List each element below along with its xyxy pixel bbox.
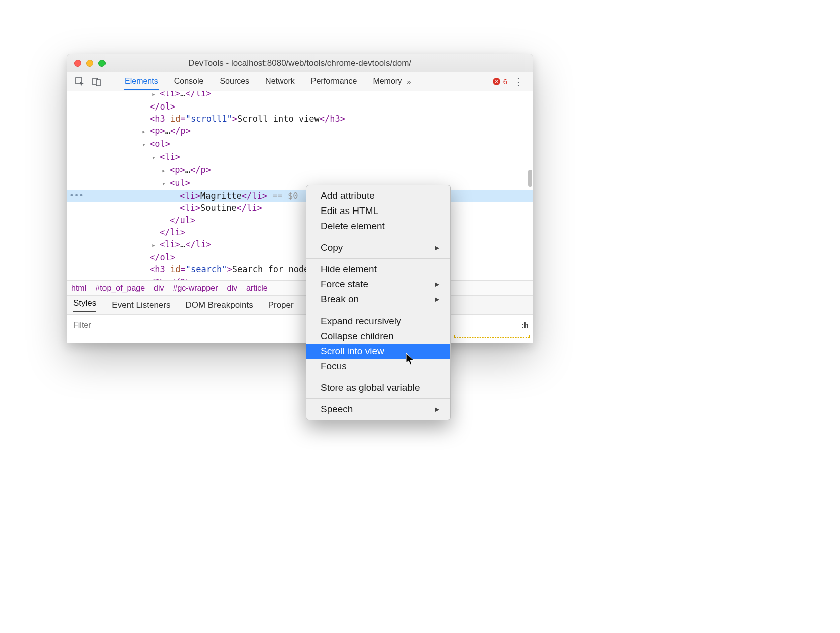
settings-menu-icon[interactable]: ⋮ — [509, 76, 528, 88]
error-icon: ✕ — [493, 78, 500, 85]
dom-node[interactable]: <li> — [67, 151, 533, 164]
tab-styles[interactable]: Styles — [73, 298, 96, 312]
box-model-strip — [454, 335, 530, 338]
tab-memory[interactable]: Memory — [372, 73, 403, 90]
ctx-store-global[interactable]: Store as global variable — [306, 380, 450, 395]
ctx-scroll-into-view[interactable]: Scroll into view — [306, 344, 450, 359]
ctx-speech-label: Speech — [321, 404, 353, 415]
dom-node[interactable]: <p>…</p> — [67, 125, 533, 138]
ctx-expand-recursively[interactable]: Expand recursively — [306, 313, 450, 329]
traffic-lights — [74, 60, 106, 67]
svg-rect-2 — [96, 80, 100, 86]
ctx-force-state[interactable]: Force state▶ — [306, 277, 450, 292]
ctx-hide-element[interactable]: Hide element — [306, 262, 450, 277]
scrollbar-thumb[interactable] — [528, 170, 532, 187]
breadcrumb-item[interactable]: article — [246, 284, 268, 293]
dom-node-selected[interactable]: •••<li>Magritte</li> == $0 — [67, 190, 533, 202]
ctx-add-attribute[interactable]: Add attribute — [306, 188, 450, 203]
tab-properties[interactable]: Proper — [268, 300, 294, 310]
window-title: DevTools - localhost:8080/web/tools/chro… — [67, 58, 533, 68]
submenu-arrow-icon: ▶ — [435, 244, 439, 251]
styles-filter-row: :h — [67, 314, 533, 335]
more-tabs-icon[interactable]: » — [405, 77, 413, 86]
ctx-separator — [306, 258, 450, 259]
ctx-break-on[interactable]: Break on▶ — [306, 292, 450, 307]
dom-node[interactable]: <li>…</li> — [67, 91, 533, 100]
devtools-window: DevTools - localhost:8080/web/tools/chro… — [67, 54, 533, 343]
breadcrumb-item[interactable]: #gc-wrapper — [173, 284, 218, 293]
tab-elements[interactable]: Elements — [124, 73, 159, 90]
ctx-force-state-label: Force state — [321, 279, 368, 290]
tab-performance[interactable]: Performance — [310, 73, 358, 90]
dom-node[interactable]: </ol> — [67, 100, 533, 113]
ctx-separator — [306, 398, 450, 399]
styles-subpanel-tabs: Styles Event Listeners DOM Breakpoints P… — [67, 295, 533, 314]
ctx-speech[interactable]: Speech▶ — [306, 402, 450, 417]
panel-tabs: Elements Console Sources Network Perform… — [124, 73, 403, 90]
tab-event-listeners[interactable]: Event Listeners — [112, 300, 170, 310]
tab-console[interactable]: Console — [173, 73, 205, 90]
breadcrumb-item[interactable]: #top_of_page — [95, 284, 145, 293]
submenu-arrow-icon: ▶ — [435, 406, 439, 413]
breadcrumb-item[interactable]: html — [71, 284, 86, 293]
ctx-copy[interactable]: Copy▶ — [306, 240, 450, 255]
ctx-edit-as-html[interactable]: Edit as HTML — [306, 203, 450, 219]
close-window-button[interactable] — [74, 60, 81, 67]
minimize-window-button[interactable] — [86, 60, 93, 67]
error-count: 6 — [503, 77, 507, 86]
ctx-separator — [306, 237, 450, 237]
dom-node[interactable]: <li>Soutine</li> — [67, 202, 533, 214]
breadcrumb-item[interactable]: div — [154, 284, 164, 293]
dom-node[interactable]: <p>…</p> — [67, 275, 533, 280]
titlebar: DevTools - localhost:8080/web/tools/chro… — [67, 54, 533, 72]
dom-node[interactable]: </ul> — [67, 214, 533, 226]
ctx-separator — [306, 310, 450, 310]
ctx-focus[interactable]: Focus — [306, 359, 450, 374]
ctx-separator — [306, 377, 450, 377]
breadcrumb-item[interactable]: div — [227, 284, 237, 293]
ctx-delete-element[interactable]: Delete element — [306, 219, 450, 234]
devtools-toolbar: Elements Console Sources Network Perform… — [67, 72, 533, 91]
tab-dom-breakpoints[interactable]: DOM Breakpoints — [185, 300, 253, 310]
submenu-arrow-icon: ▶ — [435, 296, 439, 303]
elements-tree[interactable]: <li>…</li> </ol> <h3 id="scroll1">Scroll… — [67, 91, 533, 280]
inspect-element-icon[interactable] — [72, 75, 87, 88]
submenu-arrow-icon: ▶ — [435, 281, 439, 288]
dom-node[interactable]: </ol> — [67, 251, 533, 263]
zoom-window-button[interactable] — [98, 60, 106, 67]
dom-node[interactable]: <ul> — [67, 177, 533, 190]
dom-node[interactable]: <li>…</li> — [67, 238, 533, 251]
dom-node[interactable]: <p>…</p> — [67, 164, 533, 177]
dom-breadcrumbs[interactable]: html #top_of_page div #gc-wrapper div ar… — [67, 280, 533, 295]
dom-node[interactable]: </li> — [67, 226, 533, 238]
context-menu: Add attribute Edit as HTML Delete elemen… — [306, 185, 451, 420]
toggle-device-icon[interactable] — [89, 75, 104, 88]
ctx-copy-label: Copy — [321, 242, 343, 253]
tab-sources[interactable]: Sources — [219, 73, 250, 90]
ctx-break-on-label: Break on — [321, 294, 359, 305]
toggle-hov-button[interactable]: :h — [517, 321, 533, 329]
ctx-collapse-children[interactable]: Collapse children — [306, 329, 450, 344]
dom-node[interactable]: <h3 id="search">Search for node — [67, 263, 533, 275]
tab-network[interactable]: Network — [264, 73, 296, 90]
error-counter[interactable]: ✕ 6 — [493, 77, 507, 86]
dom-node[interactable]: <h3 id="scroll1">Scroll into view</h3> — [67, 113, 533, 125]
dom-node[interactable]: <ol> — [67, 138, 533, 151]
